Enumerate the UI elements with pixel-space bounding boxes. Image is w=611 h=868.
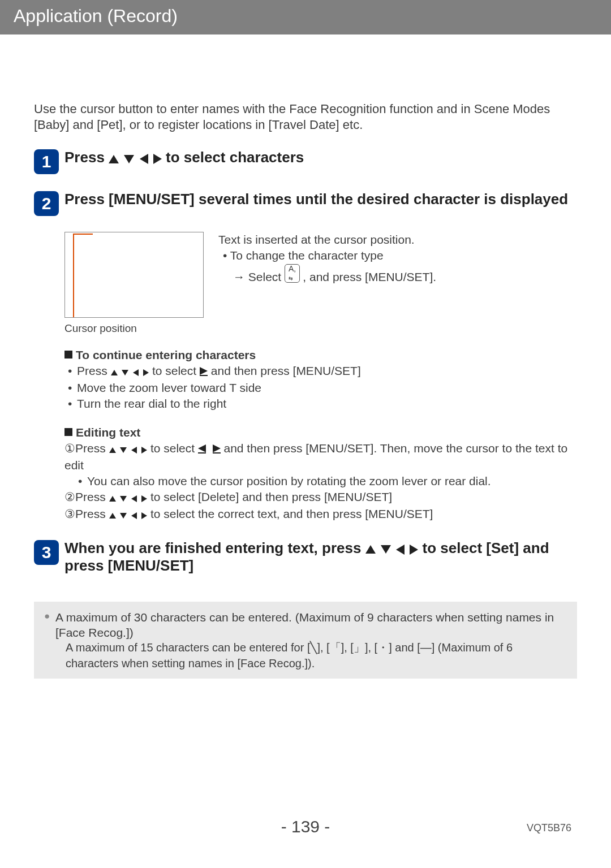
circled-2-icon: ② [64, 490, 75, 503]
note-sub: A maximum of 15 characters can be entere… [66, 640, 566, 671]
step-1-text: Press to select characters [64, 149, 304, 167]
edit-2-post: to select [Delete] and then press [MENU/… [150, 490, 392, 503]
editing-item-1-note: You can also move the cursor position by… [75, 473, 577, 489]
step-1-pre: Press [64, 149, 109, 166]
step-1-badge: 1 [34, 149, 59, 174]
bullet-icon: • [223, 249, 227, 262]
step-2-text: Press [MENU/SET] several times until the… [64, 191, 568, 208]
circled-1-icon: ① [64, 442, 75, 455]
fig-side-3b: , and press [MENU/SET]. [303, 270, 436, 283]
continue-heading-text: To continue entering characters [76, 348, 256, 361]
continue-item-2: Move the zoom lever toward T side [64, 380, 577, 396]
header-title: Application (Record) [14, 6, 178, 26]
document-code: VQT5B76 [527, 822, 571, 834]
editing-item-1: ①Press to select and then press [MENU/SE… [64, 441, 577, 489]
step-3-badge: 3 [34, 540, 59, 565]
arrow-cluster-icon [109, 150, 162, 167]
arrow-cluster-icon [109, 490, 148, 506]
fig-side-1: Text is inserted at the cursor position. [218, 232, 436, 248]
step-2-badge: 2 [34, 191, 59, 216]
continue-item-1: Press to select and then press [MENU/SET… [64, 363, 577, 380]
cont-a-pre: Press [77, 364, 111, 377]
play-forward-icon [200, 367, 208, 375]
arrow-cluster-icon [109, 441, 148, 457]
step-3: 3 When you are finished entering text, p… [34, 540, 577, 575]
square-bullet-icon [64, 428, 72, 436]
note-sub-b2: ], [ [341, 641, 354, 654]
step-1-post: to select characters [166, 149, 304, 166]
note-main: A maximum of 30 characters can be entere… [55, 610, 566, 641]
continue-item-3: Turn the rear dial to the right [64, 396, 577, 412]
arrow-cluster-icon [365, 541, 419, 558]
step-3-text: When you are finished entering text, pre… [64, 540, 577, 575]
note-box: A maximum of 30 characters can be entere… [34, 602, 577, 679]
circled-3-icon: ③ [64, 507, 75, 520]
square-bullet-icon [64, 351, 72, 359]
editing-item-3: ③Press to select the correct text, and t… [64, 506, 577, 523]
editing-heading: Editing text [64, 425, 577, 441]
figure-caption-side: Text is inserted at the cursor position.… [218, 232, 436, 318]
editing-block: Editing text ①Press to select and then p… [64, 425, 577, 523]
play-forward-icon [213, 444, 221, 452]
cont-a-mid: to select [152, 364, 200, 377]
step-1: 1 Press to select characters [34, 149, 577, 174]
left-bracket-icon: 「 [330, 642, 341, 655]
continue-heading: To continue entering characters [64, 347, 577, 363]
edit-2-pre: Press [75, 490, 109, 503]
edit-1-mid: to select [150, 442, 198, 455]
char-type-key-icon: A‚⇆ [285, 264, 299, 283]
arrow-cluster-icon [111, 364, 149, 380]
page-number: - 139 - [0, 817, 611, 836]
cursor-diagram [64, 232, 204, 318]
intro-text: Use the cursor button to enter names wit… [34, 101, 577, 132]
right-bracket-icon: 」 [354, 642, 365, 655]
arrow-cluster-icon [109, 507, 148, 522]
editing-item-2: ②Press to select [Delete] and then press… [64, 489, 577, 506]
fig-side-3a: → Select [233, 270, 285, 283]
note-sub-c: ] and [ [389, 641, 420, 654]
cursor-indicator-icon [73, 234, 74, 317]
play-backward-icon [198, 444, 206, 452]
figure-row: Text is inserted at the cursor position.… [64, 232, 577, 318]
figure-label: Cursor position [64, 322, 577, 335]
note-sub-b1: ], [ [317, 641, 329, 654]
cont-a-post: and then press [MENU/SET] [211, 364, 361, 377]
step-3-pre: When you are finished entering text, pre… [64, 539, 365, 556]
page-header: Application (Record) [0, 0, 611, 34]
continue-block: To continue entering characters Press to… [64, 347, 577, 412]
backslash-icon: ╲ [310, 641, 317, 654]
edit-1-pre: Press [75, 442, 109, 455]
editing-heading-text: Editing text [76, 426, 140, 439]
note-sub-b3: ], [ [365, 641, 377, 654]
edit-3-post: to select the correct text, and then pre… [150, 507, 433, 520]
note-sub-a: A maximum of 15 characters can be entere… [66, 641, 310, 654]
dash-icon: ― [420, 641, 432, 654]
page-content: Use the cursor button to enter names wit… [0, 34, 611, 679]
edit-3-pre: Press [75, 507, 109, 520]
dot-icon: ・ [377, 641, 389, 654]
fig-side-2: To change the character type [230, 249, 384, 262]
step-2: 2 Press [MENU/SET] several times until t… [34, 191, 577, 216]
